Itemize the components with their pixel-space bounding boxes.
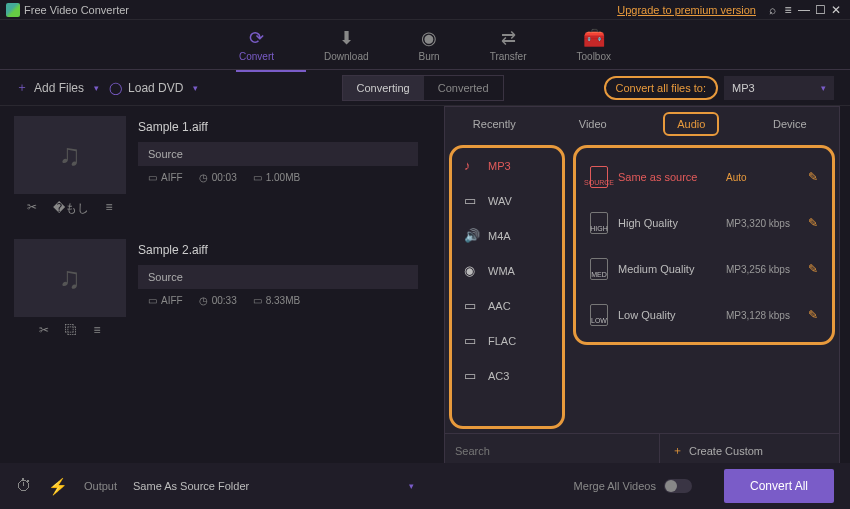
app-logo <box>6 3 20 17</box>
load-dvd-button[interactable]: ◯ Load DVD ▾ <box>109 81 198 95</box>
file-thumbnail[interactable]: ♫ <box>14 116 126 194</box>
flyout-tabs: Recently Video Audio Device <box>445 107 839 141</box>
tab-converted[interactable]: Converted <box>424 76 503 100</box>
output-format-select[interactable]: MP3 ▾ <box>724 76 834 100</box>
folder-icon: ▭ <box>253 172 262 183</box>
quality-low[interactable]: LOW Low Quality MP3,128 kbps ✎ <box>576 292 832 338</box>
adjust-icon[interactable]: ≡ <box>105 200 112 217</box>
source-label: Source <box>138 142 418 166</box>
content: ♫ ✂ �もし ≡ Sample 1.aiff Source ▭AIFF ◷00… <box>0 106 850 461</box>
bolt-icon[interactable]: ⚡ <box>48 477 68 496</box>
source-label: Source <box>138 265 418 289</box>
clock-icon: ◷ <box>199 295 208 306</box>
nav-convert[interactable]: ⟳ Convert <box>239 27 274 62</box>
ac3-icon: ▭ <box>464 368 478 383</box>
adjust-icon[interactable]: ≡ <box>93 323 100 337</box>
format-m4a[interactable]: 🔊M4A <box>452 218 562 253</box>
chevron-down-icon[interactable]: ▾ <box>409 481 414 491</box>
tab-audio[interactable]: Audio <box>642 107 741 141</box>
chevron-down-icon: ▾ <box>821 83 826 93</box>
file-duration: ◷00:03 <box>199 172 237 183</box>
burn-icon: ◉ <box>421 27 437 49</box>
high-badge-icon: HIGH <box>590 212 608 234</box>
plus-icon: ＋ <box>672 443 683 458</box>
merge-all-videos: Merge All Videos <box>574 479 692 493</box>
crop-icon[interactable]: ⿻ <box>65 323 77 337</box>
tab-video[interactable]: Video <box>544 107 643 141</box>
clock-icon: ◷ <box>199 172 208 183</box>
crop-icon[interactable]: �もし <box>53 200 89 217</box>
aac-icon: ▭ <box>464 298 478 313</box>
menu-icon[interactable]: ≡ <box>780 3 796 17</box>
convert-icon: ⟳ <box>249 27 264 49</box>
chevron-down-icon: ▾ <box>94 83 99 93</box>
download-icon: ⬇ <box>339 27 354 49</box>
nav-transfer[interactable]: ⇄ Transfer <box>490 27 527 62</box>
footer: ⏱ ⚡ Output Same As Source Folder ▾ Merge… <box>0 463 850 509</box>
file-format: ▭AIFF <box>148 172 183 183</box>
titlebar: Free Video Converter Upgrade to premium … <box>0 0 850 20</box>
transfer-icon: ⇄ <box>501 27 516 49</box>
format-wma[interactable]: ◉WMA <box>452 253 562 288</box>
nav-burn[interactable]: ◉ Burn <box>419 27 440 62</box>
merge-toggle[interactable] <box>664 479 692 493</box>
status-tabs: Converting Converted <box>342 75 504 101</box>
clock-icon[interactable]: ⏱ <box>16 477 32 495</box>
plus-icon: ＋ <box>16 79 28 96</box>
nav-underline <box>236 70 306 72</box>
upgrade-link[interactable]: Upgrade to premium version <box>617 4 756 16</box>
format-flyout: Recently Video Audio Device ♪MP3 ▭WAV 🔊M… <box>444 106 840 468</box>
music-icon: ♪ <box>464 158 478 173</box>
format-list: ♪MP3 ▭WAV 🔊M4A ◉WMA ▭AAC ▭FLAC ▭AC3 <box>449 145 565 429</box>
folder-icon: ▭ <box>253 295 262 306</box>
file-format: ▭AIFF <box>148 295 183 306</box>
quality-list: SOURCE Same as source Auto ✎ HIGH High Q… <box>573 145 835 345</box>
windows-icon: ◉ <box>464 263 478 278</box>
file-duration: ◷00:33 <box>199 295 237 306</box>
flac-icon: ▭ <box>464 333 478 348</box>
format-flac[interactable]: ▭FLAC <box>452 323 562 358</box>
sound-icon: 🔊 <box>464 228 478 243</box>
edit-icon[interactable]: ✎ <box>808 308 818 322</box>
edit-icon[interactable]: ✎ <box>808 216 818 230</box>
minimize-icon[interactable]: — <box>796 3 812 17</box>
format-ac3[interactable]: ▭AC3 <box>452 358 562 393</box>
file-icon: ▭ <box>464 193 478 208</box>
format-mp3[interactable]: ♪MP3 <box>452 148 562 183</box>
convert-all-label: Convert all files to: <box>604 76 718 100</box>
nav-toolbox[interactable]: 🧰 Toolbox <box>577 27 611 62</box>
edit-icon[interactable]: ✎ <box>808 262 818 276</box>
tab-converting[interactable]: Converting <box>343 76 424 100</box>
format-wav[interactable]: ▭WAV <box>452 183 562 218</box>
output-label: Output <box>84 480 117 492</box>
edit-icon[interactable]: ✎ <box>808 170 818 184</box>
cut-icon[interactable]: ✂ <box>39 323 49 337</box>
quality-medium[interactable]: MED Medium Quality MP3,256 kbps ✎ <box>576 246 832 292</box>
toolbox-icon: 🧰 <box>583 27 605 49</box>
source-badge-icon: SOURCE <box>590 166 608 188</box>
file-size: ▭1.00MB <box>253 172 300 183</box>
convert-all-button[interactable]: Convert All <box>724 469 834 503</box>
nav-download[interactable]: ⬇ Download <box>324 27 368 62</box>
quality-same-as-source[interactable]: SOURCE Same as source Auto ✎ <box>576 154 832 200</box>
top-nav: ⟳ Convert ⬇ Download ◉ Burn ⇄ Transfer 🧰… <box>0 20 850 70</box>
toolbar: ＋ Add Files ▾ ◯ Load DVD ▾ Converting Co… <box>0 70 850 106</box>
format-aac[interactable]: ▭AAC <box>452 288 562 323</box>
doc-icon: ▭ <box>148 295 157 306</box>
app-title: Free Video Converter <box>24 4 617 16</box>
chevron-down-icon: ▾ <box>193 83 198 93</box>
cut-icon[interactable]: ✂ <box>27 200 37 217</box>
quality-high[interactable]: HIGH High Quality MP3,320 kbps ✎ <box>576 200 832 246</box>
close-icon[interactable]: ✕ <box>828 3 844 17</box>
settings-icon[interactable]: ⌕ <box>764 3 780 17</box>
disc-icon: ◯ <box>109 81 122 95</box>
file-thumbnail[interactable]: ♫ <box>14 239 126 317</box>
add-files-button[interactable]: ＋ Add Files ▾ <box>16 79 99 96</box>
tab-recently[interactable]: Recently <box>445 107 544 141</box>
output-path[interactable]: Same As Source Folder <box>133 480 393 492</box>
medium-badge-icon: MED <box>590 258 608 280</box>
tab-device[interactable]: Device <box>741 107 840 141</box>
maximize-icon[interactable]: ☐ <box>812 3 828 17</box>
file-size: ▭8.33MB <box>253 295 300 306</box>
low-badge-icon: LOW <box>590 304 608 326</box>
